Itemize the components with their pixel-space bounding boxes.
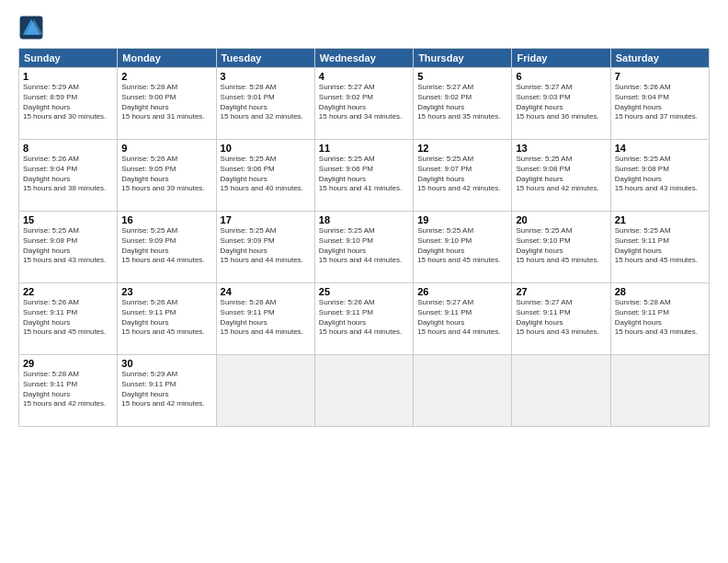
page: SundayMondayTuesdayWednesdayThursdayFrid… <box>0 0 728 563</box>
calendar-body: 1 Sunrise: 5:29 AMSunset: 8:59 PMDayligh… <box>19 68 710 427</box>
calendar-cell: 23 Sunrise: 5:26 AMSunset: 9:11 PMDaylig… <box>118 283 216 355</box>
day-number: 5 <box>417 71 507 82</box>
day-info: Sunrise: 5:28 AMSunset: 9:01 PMDaylight … <box>221 83 311 122</box>
day-info: Sunrise: 5:27 AMSunset: 9:11 PMDaylight … <box>516 298 606 338</box>
calendar-cell: 26 Sunrise: 5:27 AMSunset: 9:11 PMDaylig… <box>414 283 512 355</box>
calendar-cell: 29 Sunrise: 5:28 AMSunset: 9:11 PMDaylig… <box>19 355 118 427</box>
calendar-cell <box>216 355 314 427</box>
calendar-cell: 27 Sunrise: 5:27 AMSunset: 9:11 PMDaylig… <box>512 283 610 355</box>
day-info: Sunrise: 5:25 AMSunset: 9:09 PMDaylight … <box>221 226 311 266</box>
day-number: 30 <box>121 358 211 369</box>
calendar-cell: 21 Sunrise: 5:25 AMSunset: 9:11 PMDaylig… <box>610 212 709 283</box>
calendar-cell: 3 Sunrise: 5:28 AMSunset: 9:01 PMDayligh… <box>216 68 314 140</box>
day-number: 7 <box>615 71 705 82</box>
day-number: 10 <box>221 143 311 154</box>
day-number: 14 <box>615 143 705 154</box>
day-number: 2 <box>121 71 211 82</box>
calendar-cell: 8 Sunrise: 5:26 AMSunset: 9:04 PMDayligh… <box>19 140 118 212</box>
day-info: Sunrise: 5:25 AMSunset: 9:07 PMDaylight … <box>417 155 507 194</box>
day-number: 16 <box>121 214 211 225</box>
day-number: 6 <box>516 71 606 82</box>
day-info: Sunrise: 5:27 AMSunset: 9:03 PMDaylight … <box>516 83 606 122</box>
calendar-cell: 9 Sunrise: 5:26 AMSunset: 9:05 PMDayligh… <box>118 140 216 212</box>
col-header-sunday: Sunday <box>19 49 118 68</box>
logo <box>18 15 48 40</box>
day-info: Sunrise: 5:26 AMSunset: 9:11 PMDaylight … <box>23 298 113 338</box>
col-header-friday: Friday <box>512 49 610 68</box>
day-number: 19 <box>417 214 507 225</box>
day-info: Sunrise: 5:25 AMSunset: 9:06 PMDaylight … <box>221 155 311 194</box>
day-number: 3 <box>221 71 311 82</box>
calendar-cell: 10 Sunrise: 5:25 AMSunset: 9:06 PMDaylig… <box>216 140 314 212</box>
calendar-cell: 14 Sunrise: 5:25 AMSunset: 9:08 PMDaylig… <box>610 140 709 212</box>
day-info: Sunrise: 5:28 AMSunset: 9:11 PMDaylight … <box>23 370 113 409</box>
day-info: Sunrise: 5:25 AMSunset: 9:08 PMDaylight … <box>516 155 606 194</box>
calendar-cell: 12 Sunrise: 5:25 AMSunset: 9:07 PMDaylig… <box>414 140 512 212</box>
calendar-cell <box>414 355 512 427</box>
calendar-cell: 4 Sunrise: 5:27 AMSunset: 9:02 PMDayligh… <box>314 68 413 140</box>
calendar-cell: 30 Sunrise: 5:29 AMSunset: 9:11 PMDaylig… <box>118 355 216 427</box>
day-number: 13 <box>516 143 606 154</box>
calendar: SundayMondayTuesdayWednesdayThursdayFrid… <box>18 48 710 427</box>
day-number: 12 <box>417 143 507 154</box>
day-info: Sunrise: 5:29 AMSunset: 8:59 PMDaylight … <box>23 83 113 122</box>
calendar-cell: 2 Sunrise: 5:28 AMSunset: 9:00 PMDayligh… <box>118 68 216 140</box>
day-number: 23 <box>121 286 211 297</box>
calendar-cell: 17 Sunrise: 5:25 AMSunset: 9:09 PMDaylig… <box>216 212 314 283</box>
calendar-cell: 1 Sunrise: 5:29 AMSunset: 8:59 PMDayligh… <box>19 68 118 140</box>
calendar-cell: 5 Sunrise: 5:27 AMSunset: 9:02 PMDayligh… <box>414 68 512 140</box>
day-info: Sunrise: 5:26 AMSunset: 9:05 PMDaylight … <box>121 155 211 194</box>
day-number: 8 <box>23 143 113 154</box>
day-info: Sunrise: 5:25 AMSunset: 9:08 PMDaylight … <box>615 155 705 194</box>
calendar-cell: 16 Sunrise: 5:25 AMSunset: 9:09 PMDaylig… <box>118 212 216 283</box>
calendar-cell: 7 Sunrise: 5:26 AMSunset: 9:04 PMDayligh… <box>610 68 709 140</box>
day-number: 27 <box>516 286 606 297</box>
day-info: Sunrise: 5:28 AMSunset: 9:11 PMDaylight … <box>615 298 705 338</box>
day-info: Sunrise: 5:26 AMSunset: 9:04 PMDaylight … <box>615 83 705 122</box>
header <box>18 15 710 40</box>
day-number: 20 <box>516 214 606 225</box>
day-info: Sunrise: 5:26 AMSunset: 9:04 PMDaylight … <box>23 155 113 194</box>
day-number: 9 <box>121 143 211 154</box>
col-header-wednesday: Wednesday <box>314 49 413 68</box>
day-info: Sunrise: 5:27 AMSunset: 9:11 PMDaylight … <box>417 298 507 338</box>
calendar-cell: 6 Sunrise: 5:27 AMSunset: 9:03 PMDayligh… <box>512 68 610 140</box>
day-number: 1 <box>23 71 113 82</box>
day-info: Sunrise: 5:27 AMSunset: 9:02 PMDaylight … <box>417 83 507 122</box>
day-info: Sunrise: 5:25 AMSunset: 9:06 PMDaylight … <box>319 155 409 194</box>
calendar-cell <box>610 355 709 427</box>
day-number: 26 <box>417 286 507 297</box>
calendar-cell: 18 Sunrise: 5:25 AMSunset: 9:10 PMDaylig… <box>314 212 413 283</box>
week-row-0: 1 Sunrise: 5:29 AMSunset: 8:59 PMDayligh… <box>19 68 710 140</box>
day-number: 29 <box>23 358 113 369</box>
calendar-cell: 25 Sunrise: 5:26 AMSunset: 9:11 PMDaylig… <box>314 283 413 355</box>
day-number: 22 <box>23 286 113 297</box>
day-info: Sunrise: 5:25 AMSunset: 9:08 PMDaylight … <box>23 226 113 266</box>
day-number: 24 <box>221 286 311 297</box>
day-info: Sunrise: 5:26 AMSunset: 9:11 PMDaylight … <box>221 298 311 338</box>
day-number: 25 <box>319 286 409 297</box>
week-row-2: 15 Sunrise: 5:25 AMSunset: 9:08 PMDaylig… <box>19 212 710 283</box>
calendar-cell: 22 Sunrise: 5:26 AMSunset: 9:11 PMDaylig… <box>19 283 118 355</box>
calendar-cell: 11 Sunrise: 5:25 AMSunset: 9:06 PMDaylig… <box>314 140 413 212</box>
calendar-cell <box>314 355 413 427</box>
day-info: Sunrise: 5:28 AMSunset: 9:00 PMDaylight … <box>121 83 211 122</box>
calendar-cell: 28 Sunrise: 5:28 AMSunset: 9:11 PMDaylig… <box>610 283 709 355</box>
day-number: 11 <box>319 143 409 154</box>
day-number: 4 <box>319 71 409 82</box>
col-header-thursday: Thursday <box>414 49 512 68</box>
col-header-saturday: Saturday <box>610 49 709 68</box>
day-info: Sunrise: 5:27 AMSunset: 9:02 PMDaylight … <box>319 83 409 122</box>
week-row-1: 8 Sunrise: 5:26 AMSunset: 9:04 PMDayligh… <box>19 140 710 212</box>
logo-icon <box>18 15 44 40</box>
day-number: 17 <box>221 214 311 225</box>
day-info: Sunrise: 5:26 AMSunset: 9:11 PMDaylight … <box>319 298 409 338</box>
day-info: Sunrise: 5:25 AMSunset: 9:11 PMDaylight … <box>615 226 705 266</box>
calendar-cell: 20 Sunrise: 5:25 AMSunset: 9:10 PMDaylig… <box>512 212 610 283</box>
calendar-header-row: SundayMondayTuesdayWednesdayThursdayFrid… <box>19 49 710 68</box>
day-number: 21 <box>615 214 705 225</box>
calendar-cell: 19 Sunrise: 5:25 AMSunset: 9:10 PMDaylig… <box>414 212 512 283</box>
day-number: 28 <box>615 286 705 297</box>
week-row-3: 22 Sunrise: 5:26 AMSunset: 9:11 PMDaylig… <box>19 283 710 355</box>
day-info: Sunrise: 5:25 AMSunset: 9:10 PMDaylight … <box>319 226 409 266</box>
